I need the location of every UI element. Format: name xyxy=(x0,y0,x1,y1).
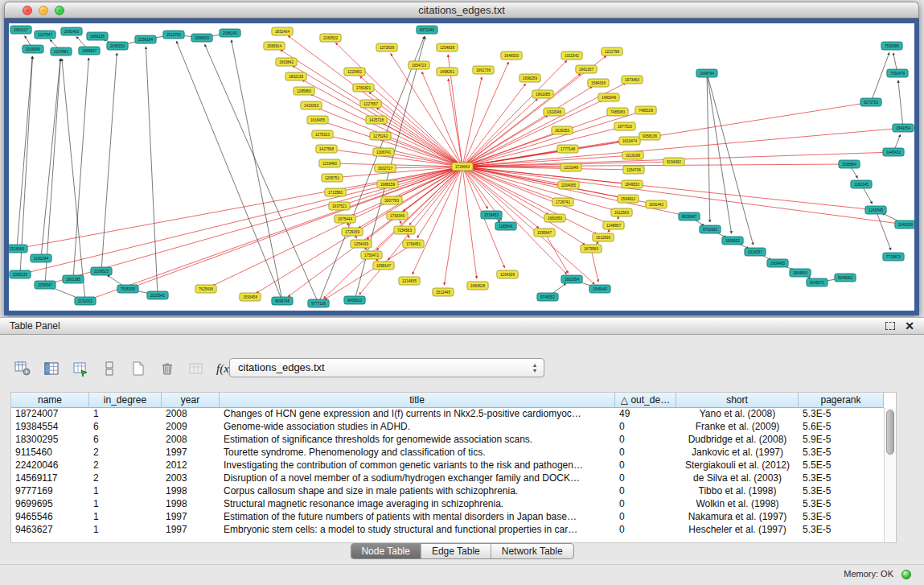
graph-node[interactable]: 1512445 xyxy=(433,288,454,296)
graph-node[interactable]: 1227557 xyxy=(360,100,381,108)
graph-node[interactable]: 2260532 xyxy=(320,34,341,42)
graph-node[interactable]: 6791933 xyxy=(700,225,721,233)
table-cell[interactable]: 5.5E-5 xyxy=(799,459,884,472)
column-header-name[interactable]: name xyxy=(11,393,89,408)
delete-table-icon[interactable] xyxy=(185,358,207,379)
table-cell[interactable]: 1 xyxy=(89,498,162,511)
table-cell[interactable]: Tourette syndrome. Phenomenology and cla… xyxy=(220,447,615,459)
zoom-button[interactable]: + xyxy=(55,6,64,15)
graph-node[interactable]: 7254563 xyxy=(394,226,415,234)
minimize-button[interactable]: − xyxy=(39,6,48,15)
graph-node[interactable]: 1221798 xyxy=(602,47,622,56)
table-cell[interactable]: 22420046 xyxy=(11,459,89,472)
graph-node[interactable]: 1988159 xyxy=(377,180,398,188)
table-cell[interactable]: 5.3E-5 xyxy=(799,472,884,485)
graph-node[interactable]: 1679583 xyxy=(581,245,602,253)
delete-columns-icon[interactable] xyxy=(156,358,178,379)
graph-node[interactable]: 1427568 xyxy=(316,145,337,153)
table-cell[interactable]: Hescheler et al. (1997) xyxy=(676,524,799,537)
graph-node[interactable]: 1830652 xyxy=(722,237,743,245)
table-scrollbar[interactable] xyxy=(884,408,896,542)
show-columns-icon[interactable] xyxy=(40,358,62,379)
table-cell[interactable]: 9777169 xyxy=(11,485,89,498)
column-header-title[interactable]: title xyxy=(220,393,615,408)
table-cell[interactable]: 5.6E-5 xyxy=(799,421,884,434)
table-cell[interactable]: Embryonic stem cells: a model to study s… xyxy=(220,524,615,537)
table-cell[interactable]: Corpus callosum shape and size in male p… xyxy=(220,485,615,498)
table-cell[interactable]: 14569117 xyxy=(11,472,89,485)
graph-node[interactable]: 1046358 xyxy=(895,220,914,229)
graph-node[interactable]: 2191032 xyxy=(75,297,96,305)
table-cell[interactable]: Jankovic et al. (1997) xyxy=(676,447,799,459)
table-cell[interactable]: Genome-wide association studies in ADHD. xyxy=(220,421,615,434)
graph-node[interactable]: 1595864 xyxy=(839,160,860,168)
table-cell[interactable]: 19384554 xyxy=(11,421,89,434)
graph-node[interactable]: 1914257 xyxy=(745,248,766,256)
graph-node[interactable]: 1802139 xyxy=(285,72,306,80)
table-cell[interactable]: Wolkin et al. (1998) xyxy=(676,498,799,511)
table-cell[interactable]: Estimation of the future numbers of pati… xyxy=(220,511,615,524)
graph-node[interactable]: 1214835 xyxy=(399,277,420,285)
graph-node[interactable]: 2081463 xyxy=(61,27,82,35)
graph-node[interactable]: 2013752 xyxy=(163,31,184,39)
graph-node[interactable]: 1831404 xyxy=(272,27,293,35)
graph-node[interactable]: 9465610 xyxy=(344,296,365,304)
graph-node[interactable]: 1221648 xyxy=(561,163,581,171)
network-canvas-svg[interactable]: 1724043158091416038421802139128586014202… xyxy=(9,23,914,311)
table-cell[interactable]: Yano et al. (2008) xyxy=(676,408,799,421)
graph-node[interactable]: 9345062 xyxy=(835,274,856,282)
graph-node[interactable]: 9245072 xyxy=(807,278,827,286)
table-cell[interactable]: 0 xyxy=(615,524,676,537)
table-selector[interactable]: citations_edges.txt ▲▼ xyxy=(229,358,544,377)
table-cell[interactable]: 5.3E-5 xyxy=(799,408,884,421)
table-cell[interactable]: 18300295 xyxy=(11,434,89,447)
graph-node[interactable]: 1216460 xyxy=(319,159,340,167)
graph-node[interactable]: 1646530 xyxy=(501,51,522,60)
graph-node[interactable]: 1612563 xyxy=(611,208,632,216)
graph-node[interactable]: 1011542 xyxy=(561,51,582,60)
table-cell[interactable]: 2 xyxy=(89,472,162,485)
table-cell[interactable]: 9463627 xyxy=(11,524,89,537)
table-cell[interactable]: Stergiakouli et al. (2012) xyxy=(676,459,799,472)
import-table-icon[interactable] xyxy=(69,358,91,379)
graph-node[interactable]: 1260545 xyxy=(865,206,886,214)
graph-node[interactable]: 1901395 xyxy=(63,275,84,283)
table-cell[interactable]: 0 xyxy=(615,485,676,498)
graph-node[interactable]: 1849533 xyxy=(622,180,643,188)
table-cell[interactable]: 2 xyxy=(89,459,162,472)
table-row[interactable]: 946362711997Embryonic stem cells: a mode… xyxy=(11,524,884,537)
graph-node[interactable]: 1675444 xyxy=(335,215,355,223)
table-cell[interactable]: 1 xyxy=(89,485,162,498)
graph-node[interactable]: 1204309 xyxy=(497,270,518,278)
graph-node[interactable]: 7485109 xyxy=(635,106,656,114)
table-row[interactable]: 911546021997Tourette syndrome. Phenomeno… xyxy=(11,447,884,459)
table-cell[interactable]: Estimation of significance thresholds fo… xyxy=(220,434,615,447)
graph-node[interactable]: 1793451 xyxy=(403,240,424,248)
table-cell[interactable]: Investigating the contribution of common… xyxy=(220,459,615,472)
graph-node[interactable]: 2055135 xyxy=(10,270,31,278)
tab-edge-table[interactable]: Edge Table xyxy=(421,544,491,558)
create-column-icon[interactable] xyxy=(127,358,149,379)
row-height-icon[interactable] xyxy=(98,358,120,379)
column-header-out_de[interactable]: △ out_de… xyxy=(615,393,676,408)
table-cell[interactable]: 2 xyxy=(89,447,162,459)
graph-node[interactable]: 1185841 xyxy=(495,222,516,230)
graph-node[interactable]: 1518453 xyxy=(481,211,502,219)
table-cell[interactable]: Nakamura et al. (1997) xyxy=(676,511,799,524)
graph-node[interactable]: 8371046 xyxy=(417,26,437,34)
graph-node[interactable]: 1937521 xyxy=(329,202,350,210)
graph-node[interactable]: 2063117 xyxy=(10,26,31,34)
table-cell[interactable]: 5.3E-5 xyxy=(799,498,884,511)
table-cell[interactable]: 0 xyxy=(615,434,676,447)
table-cell[interactable]: 1998 xyxy=(162,498,220,511)
graph-node[interactable]: 1275242 xyxy=(370,132,391,140)
graph-node[interactable]: 8630647 xyxy=(679,212,700,220)
graph-node[interactable]: 7625436 xyxy=(195,285,216,293)
table-cell[interactable]: 1 xyxy=(89,408,162,421)
graph-node[interactable]: 2065150 xyxy=(107,42,128,50)
graph-node[interactable]: 1961085 xyxy=(532,90,553,98)
graph-node[interactable]: 1804693 xyxy=(790,269,811,277)
graph-node[interactable]: 1616455 xyxy=(307,116,328,124)
graph-node[interactable]: 1162345 xyxy=(851,180,872,188)
graph-node[interactable]: 9358136 xyxy=(639,132,660,140)
